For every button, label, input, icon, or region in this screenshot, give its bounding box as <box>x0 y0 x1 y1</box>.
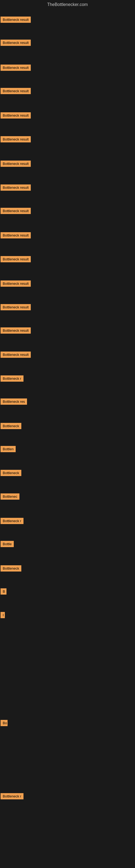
bottleneck-item[interactable]: Bottleneck result <box>1 256 31 262</box>
bottleneck-item[interactable]: B <box>1 588 6 595</box>
bottleneck-item[interactable]: Bottlenec <box>1 493 19 500</box>
bottleneck-item[interactable]: Bottlen <box>1 446 16 452</box>
bottleneck-item[interactable]: Bottleneck result <box>1 112 31 119</box>
bottleneck-item[interactable]: Bottleneck result <box>1 88 31 94</box>
bottleneck-item[interactable]: Bottleneck result <box>1 161 31 167</box>
bottleneck-item[interactable]: Bottle <box>1 541 14 547</box>
bottleneck-item[interactable]: Bottleneck <box>1 423 21 429</box>
bottleneck-item[interactable]: Bottleneck result <box>1 17 31 23</box>
bottleneck-item[interactable]: Bottleneck result <box>1 65 31 71</box>
bottleneck-item[interactable]: Bottleneck r <box>1 518 24 524</box>
bottleneck-item[interactable]: Bottleneck <box>1 565 21 571</box>
bottleneck-item[interactable]: Bo <box>1 720 8 726</box>
bottleneck-item[interactable]: Bottleneck result <box>1 184 31 191</box>
bottleneck-item[interactable]: Bottleneck result <box>1 40 31 46</box>
bottleneck-item[interactable]: Bottleneck <box>1 470 21 476</box>
bottleneck-item[interactable]: Bottleneck r <box>1 793 24 799</box>
bottleneck-item[interactable]: I <box>1 612 5 618</box>
bottleneck-item[interactable]: Bottleneck r <box>1 375 24 382</box>
bottleneck-item[interactable]: Bottleneck result <box>1 208 31 214</box>
bottleneck-item[interactable]: Bottleneck res <box>1 399 27 405</box>
bottleneck-item[interactable]: Bottleneck result <box>1 280 31 287</box>
bottleneck-item[interactable]: Bottleneck result <box>1 232 31 239</box>
site-title: TheBottlenecker.com <box>0 0 135 9</box>
bottleneck-item[interactable]: Bottleneck result <box>1 328 31 334</box>
bottleneck-item[interactable]: Bottleneck result <box>1 304 31 310</box>
bottleneck-item[interactable]: Bottleneck result <box>1 351 31 358</box>
bottleneck-item[interactable]: Bottleneck result <box>1 136 31 143</box>
